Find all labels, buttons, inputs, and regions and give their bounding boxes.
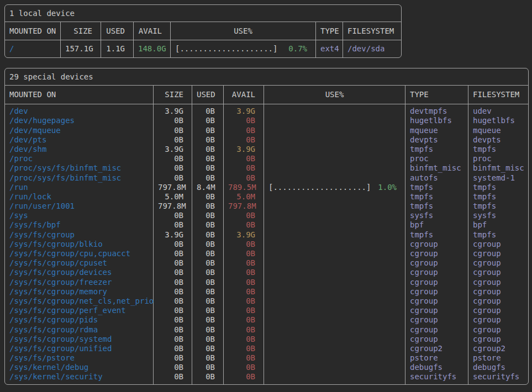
cell-type: ext4 [316,44,343,54]
cell-fs: tmpfs [468,192,528,202]
cell-size: 0B [154,372,192,382]
cell-mount: /run [5,183,153,192]
cell-use [264,211,405,220]
special-devices-table: 29 special devices MOUNTED ONSIZEUSEDAVA… [4,68,529,384]
cell-size: 0B [154,220,192,230]
cell-avail: 0B [224,249,264,258]
column-used: 1.1G [101,40,134,57]
column-used: 0B0B0B0B0B0B0B0B8.4M0B0B0B0B0B0B0B0B0B0B… [192,104,224,384]
local-devices-header-row: MOUNTED ONSIZEUSEDAVAILUSE%TYPEFILESYSTE… [5,22,401,40]
cell-avail: 0B [224,220,264,230]
cell-mount: /sys/kernel/debug [5,363,153,372]
cell-used: 0B [192,192,223,202]
cell-mount: /dev/mqueue [5,126,153,135]
cell-size: 797.8M [154,202,192,211]
cell-avail: 5.0M [224,192,264,202]
cell-mount: / [5,44,60,54]
cell-mount: /sys/fs/cgroup/pids [5,315,153,325]
cell-used: 0B [192,135,223,145]
cell-mount: /sys/fs/bpf [5,220,153,230]
cell-used: 0B [192,220,223,230]
cell-fs: cgroup [468,249,528,258]
cell-type: binfmt_misc [405,163,468,173]
usage-bar: [....................] [175,44,277,54]
cell-fs: bpf [468,220,528,230]
column-avail: 148.0G [134,40,171,57]
cell-use [264,220,405,230]
cell-mount: /sys/fs/cgroup/memory [5,287,153,296]
cell-used: 0B [192,154,223,163]
cell-avail: 0B [224,173,264,183]
cell-mount: /sys/fs/cgroup/cpu,cpuacct [5,249,153,258]
cell-used: 0B [192,287,223,296]
cell-type: devtmpfs [405,107,468,116]
column-avail: 3.9G0B0B0B3.9G0B0B0B789.5M5.0M797.8M0B0B… [224,104,264,384]
cell-fs: cgroup [468,296,528,306]
cell-avail: 0B [224,116,264,125]
cell-mount: /sys/fs/cgroup/unified [5,344,153,353]
column-fs: udevhugetlbfsmqueuedevptstmpfsprocbinfmt… [468,104,528,384]
cell-used: 0B [192,296,223,306]
column-type: devtmpfshugetlbfsmqueuedevptstmpfsprocbi… [405,104,468,384]
cell-used: 0B [192,372,223,382]
column-size: 3.9G0B0B0B3.9G0B0B0B797.8M5.0M797.8M0B0B… [154,104,192,384]
cell-mount: /dev/hugepages [5,116,153,125]
cell-size: 0B [154,258,192,268]
cell-mount: /sys/fs/cgroup/blkio [5,240,153,249]
cell-size: 0B [154,249,192,258]
special-devices-header-row: MOUNTED ONSIZEUSEDAVAILUSE%TYPEFILESYSTE… [5,86,528,104]
cell-avail: 3.9G [224,230,264,240]
cell-used: 0B [192,344,223,353]
local-devices-table-body: /157.1G1.1G148.0G[....................]0… [5,40,401,57]
cell-use: [....................]1.0% [264,183,405,192]
column-mount: /dev/dev/hugepages/dev/mqueue/dev/pts/de… [5,104,154,384]
cell-used: 0B [192,363,223,372]
cell-used: 0B [192,163,223,173]
cell-mount: /sys/fs/cgroup/devices [5,268,153,277]
cell-used: 0B [192,145,223,154]
column-fs: /dev/sda [343,40,401,57]
cell-use [264,268,405,277]
cell-used: 0B [192,240,223,249]
special-devices-table-title: 29 special devices [5,68,528,86]
cell-size: 5.0M [154,192,192,202]
cell-avail: 0B [224,278,264,287]
cell-use [264,163,405,173]
cell-use [264,306,405,315]
column-header-type: TYPE [405,86,468,104]
cell-mount: /run/user/1001 [5,202,153,211]
cell-size: 0B [154,126,192,135]
cell-size: 0B [154,306,192,315]
cell-avail: 148.0G [134,44,170,54]
cell-type: tmpfs [405,183,468,192]
cell-mount: /dev [5,107,153,116]
column-header-mounted-on: MOUNTED ON [5,86,154,104]
cell-fs: systemd-1 [468,173,528,183]
cell-use [264,230,405,240]
cell-used: 0B [192,306,223,315]
cell-use: [....................]0.7% [171,44,315,54]
cell-type: tmpfs [405,202,468,211]
cell-fs: debugfs [468,363,528,372]
column-use: [....................]0.7% [171,40,316,57]
cell-mount: /sys [5,211,153,220]
cell-fs: /dev/sda [343,44,401,54]
cell-use [264,325,405,335]
cell-avail: 3.9G [224,107,264,116]
cell-fs: securityfs [468,372,528,382]
cell-avail: 0B [224,287,264,296]
cell-avail: 0B [224,363,264,372]
cell-fs: cgroup [468,287,528,296]
cell-fs: binfmt_misc [468,163,528,173]
cell-size: 0B [154,325,192,335]
cell-fs: cgroup [468,335,528,344]
cell-fs: tmpfs [468,183,528,192]
cell-type: proc [405,154,468,163]
cell-fs: cgroup2 [468,344,528,353]
cell-size: 0B [154,240,192,249]
cell-use [264,258,405,268]
column-header-filesystem: FILESYSTEM [468,86,528,104]
cell-avail: 0B [224,315,264,325]
cell-type: cgroup [405,278,468,287]
cell-type: cgroup [405,258,468,268]
